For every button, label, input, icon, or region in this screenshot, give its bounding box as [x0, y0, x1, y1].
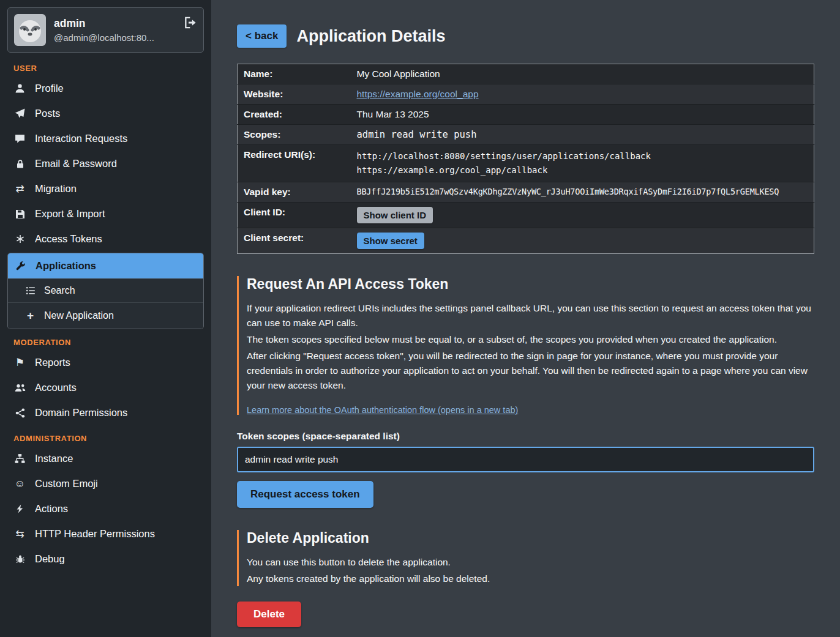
- sidebar-item-label: Reports: [35, 357, 70, 368]
- sidebar-item-custom-emoji[interactable]: ☺ Custom Emoji: [7, 471, 204, 496]
- delete-application-section: Delete Application You can use this butt…: [237, 530, 814, 586]
- detail-value-created: Thu Mar 13 2025: [351, 105, 814, 125]
- sidebar-item-debug[interactable]: Debug: [7, 546, 204, 572]
- detail-value-name: My Cool Application: [351, 64, 814, 84]
- sidebar-item-label: Custom Emoji: [35, 478, 98, 490]
- show-secret-button[interactable]: Show secret: [357, 233, 424, 249]
- share-nodes-icon: [13, 408, 26, 418]
- delete-line-1: You can use this button to delete the ap…: [247, 555, 814, 570]
- detail-row-website: Website: https://example.org/cool_app: [238, 84, 814, 105]
- sidebar-item-label: HTTP Header Permissions: [35, 528, 155, 540]
- sidebar-item-label: Migration: [35, 183, 77, 195]
- redirect-uri-1: http://localhost:8080/settings/user/appl…: [357, 149, 808, 163]
- sidebar-item-domain-permissions[interactable]: Domain Permissions: [7, 400, 204, 425]
- sidebar-item-http-header-permissions[interactable]: ⇆ HTTP Header Permissions: [7, 521, 204, 546]
- detail-label: Client secret:: [238, 228, 351, 254]
- detail-label: Vapid key:: [238, 182, 351, 203]
- sidebar-item-label: Applications: [36, 260, 96, 272]
- detail-label: Redirect URI(s):: [238, 145, 351, 182]
- sidebar-item-label: Profile: [35, 83, 64, 94]
- applications-block: Applications Search + New Application: [7, 253, 204, 329]
- sidebar-item-label: Email & Password: [35, 158, 117, 169]
- asterisk-icon: [13, 234, 26, 244]
- sidebar-section-administration: ADMINISTRATION: [13, 434, 198, 443]
- sidebar-item-label: Export & Import: [35, 208, 105, 220]
- sidebar-section-user: USER: [13, 64, 198, 73]
- sidebar-item-export-import[interactable]: Export & Import: [7, 201, 204, 226]
- sidebar-item-posts[interactable]: Posts: [7, 101, 204, 126]
- page-header: < back Application Details: [237, 24, 814, 48]
- detail-label: Scopes:: [238, 125, 351, 145]
- sidebar-item-migration[interactable]: ⇄ Migration: [7, 176, 204, 201]
- detail-row-client-secret: Client secret: Show secret: [238, 228, 814, 254]
- sidebar-item-label: Interaction Requests: [35, 133, 127, 144]
- detail-label: Client ID:: [238, 203, 351, 228]
- sidebar-item-label: Instance: [35, 453, 73, 464]
- sidebar-item-label: Posts: [35, 108, 60, 119]
- sidebar-item-profile[interactable]: Profile: [7, 76, 204, 101]
- wrench-icon: [14, 261, 27, 271]
- detail-row-client-id: Client ID: Show client ID: [238, 203, 814, 228]
- smiley-icon: ☺: [13, 479, 26, 489]
- website-link[interactable]: https://example.org/cool_app: [357, 89, 479, 99]
- detail-row-redirect-uris: Redirect URI(s): http://localhost:8080/s…: [238, 145, 814, 182]
- detail-row-vapid-key: Vapid key: BBJffJ219b5iE512m7wQSzv4KgKDh…: [238, 182, 814, 203]
- application-details-table: Name: My Cool Application Website: https…: [237, 64, 814, 254]
- detail-row-scopes: Scopes: admin read write push: [238, 125, 814, 145]
- swap-arrows-icon: ⇆: [13, 529, 26, 539]
- bug-icon: [13, 554, 26, 564]
- paper-plane-icon: [13, 108, 26, 119]
- flag-icon: ⚑: [13, 357, 26, 368]
- request-access-token-button[interactable]: Request access token: [237, 481, 373, 508]
- sidebar: admin @admin@localhost:80... USER Profil…: [0, 0, 211, 637]
- delete-line-2: Any tokens created by the application wi…: [247, 572, 814, 586]
- sidebar-item-email-password[interactable]: Email & Password: [7, 151, 204, 176]
- show-client-id-button[interactable]: Show client ID: [357, 207, 433, 223]
- sidebar-section-moderation: MODERATION: [13, 338, 198, 347]
- sidebar-item-access-tokens[interactable]: Access Tokens: [7, 226, 204, 251]
- bolt-icon: [13, 504, 26, 513]
- sitemap-icon: [13, 453, 26, 464]
- request-token-section: Request An API Access Token If your appl…: [237, 276, 814, 415]
- detail-label: Name:: [238, 64, 351, 84]
- sidebar-item-label: Domain Permissions: [35, 407, 127, 419]
- detail-label: Created:: [238, 105, 351, 125]
- sidebar-item-applications-search[interactable]: Search: [8, 278, 203, 302]
- detail-row-created: Created: Thu Mar 13 2025: [238, 105, 814, 125]
- user-icon: [13, 83, 26, 94]
- sidebar-item-actions[interactable]: Actions: [7, 496, 204, 521]
- detail-row-name: Name: My Cool Application: [238, 64, 814, 84]
- oauth-docs-link[interactable]: Learn more about the OAuth authenticatio…: [247, 405, 518, 415]
- plus-icon: +: [24, 309, 37, 322]
- sidebar-item-accounts[interactable]: Accounts: [7, 375, 204, 400]
- redirect-uri-2: https://example.org/cool_app/callback: [357, 163, 808, 177]
- request-token-title: Request An API Access Token: [247, 276, 814, 292]
- sidebar-item-applications[interactable]: Applications: [8, 253, 203, 278]
- users-icon: [13, 383, 26, 393]
- sidebar-item-label: Actions: [35, 503, 68, 515]
- user-name: admin: [54, 17, 174, 30]
- sidebar-item-label: New Application: [44, 310, 114, 321]
- sign-out-icon[interactable]: [184, 17, 197, 29]
- floppy-icon: [13, 209, 26, 219]
- user-card: admin @admin@localhost:80...: [7, 7, 204, 53]
- request-token-paragraph-3: After clicking "Request access token", y…: [247, 349, 814, 393]
- delete-button[interactable]: Delete: [237, 602, 301, 627]
- back-button[interactable]: < back: [237, 24, 287, 48]
- token-scopes-input[interactable]: [237, 447, 814, 472]
- transfer-arrows-icon: ⇄: [13, 184, 26, 194]
- sidebar-item-label: Accounts: [35, 382, 77, 393]
- delete-application-title: Delete Application: [247, 530, 814, 546]
- lock-icon: [13, 159, 26, 169]
- list-icon: [24, 286, 37, 296]
- detail-value-redirect-uris: http://localhost:8080/settings/user/appl…: [351, 145, 814, 182]
- sidebar-item-applications-new[interactable]: + New Application: [8, 302, 203, 329]
- sidebar-item-instance[interactable]: Instance: [7, 446, 204, 471]
- sidebar-item-label: Search: [44, 285, 75, 296]
- sidebar-item-interaction-requests[interactable]: Interaction Requests: [7, 126, 204, 151]
- user-handle: @admin@localhost:80...: [54, 32, 174, 43]
- detail-value-vapid-key: BBJffJ219b5iE512m7wQSzv4KgKDhgZZVzNyWC_r…: [351, 182, 814, 203]
- sidebar-item-reports[interactable]: ⚑ Reports: [7, 350, 204, 375]
- sidebar-item-label: Debug: [35, 553, 65, 565]
- request-token-paragraph-2: The token scopes specified below must be…: [247, 332, 814, 347]
